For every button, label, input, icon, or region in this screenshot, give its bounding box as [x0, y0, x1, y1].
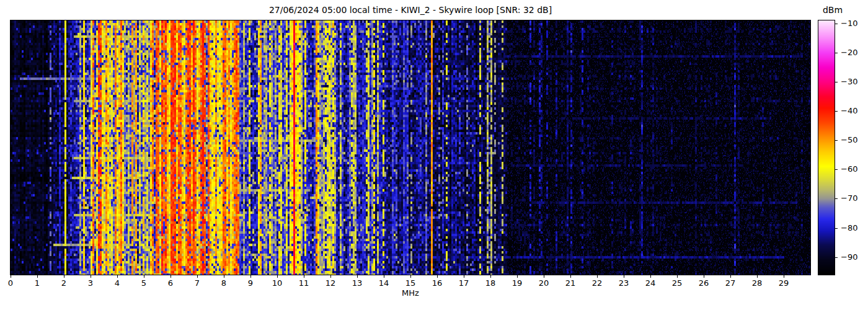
x-tick-label: 17	[454, 278, 473, 288]
x-tick-mark	[650, 275, 651, 278]
x-tick-label: 5	[135, 278, 153, 288]
x-tick-mark	[624, 275, 624, 278]
x-tick-mark	[11, 275, 11, 278]
x-tick-label: 24	[641, 278, 660, 288]
colorbar-unit-label: dBm	[816, 4, 849, 16]
x-tick-label: 20	[534, 278, 553, 288]
x-tick-mark	[330, 275, 331, 278]
x-tick-mark	[490, 275, 491, 278]
colorbar-tick-label: −40	[841, 106, 866, 116]
waterfall-plot-frame	[10, 20, 811, 275]
x-tick-label: 12	[321, 278, 340, 288]
x-tick-label: 1	[28, 278, 46, 288]
x-tick-mark	[37, 275, 38, 278]
colorbar-tick-mark	[835, 53, 838, 53]
x-tick-mark	[757, 275, 758, 278]
colorbar-tick-label: −30	[841, 77, 866, 87]
x-tick-mark	[117, 275, 118, 278]
colorbar-tick-label: −70	[841, 193, 866, 203]
x-tick-label: 10	[268, 278, 286, 288]
x-tick-label: 9	[241, 278, 260, 288]
x-tick-mark	[144, 275, 144, 278]
x-tick-mark	[730, 275, 731, 278]
colorbar-tick-mark	[835, 24, 838, 24]
x-tick-label: 0	[1, 278, 20, 288]
x-tick-label: 21	[561, 278, 580, 288]
x-tick-label: 4	[108, 278, 126, 288]
x-tick-mark	[410, 275, 411, 278]
colorbar-tick-mark	[835, 111, 838, 112]
colorbar-tick-label: −10	[841, 19, 866, 29]
colorbar-tick-mark	[835, 140, 838, 141]
x-tick-mark	[570, 275, 571, 278]
colorbar-tick-label: −50	[841, 135, 866, 145]
colorbar-tick-label: −60	[841, 164, 866, 174]
colorbar-tick-mark	[835, 257, 838, 258]
x-tick-mark	[597, 275, 598, 278]
x-tick-mark	[250, 275, 251, 278]
x-tick-mark	[64, 275, 64, 278]
x-tick-label: 27	[721, 278, 740, 288]
x-tick-label: 11	[294, 278, 313, 288]
x-tick-mark	[517, 275, 518, 278]
chart-title: 27/06/2024 05:00 local time - KIWI_2 - S…	[11, 4, 810, 16]
x-tick-label: 3	[81, 278, 100, 288]
x-tick-label: 22	[588, 278, 606, 288]
colorbar-tick-label: −80	[841, 223, 866, 233]
x-axis-label: MHz	[11, 288, 810, 298]
x-tick-label: 19	[508, 278, 526, 288]
x-tick-label: 14	[374, 278, 393, 288]
waterfall-heatmap	[11, 20, 810, 275]
x-tick-label: 13	[348, 278, 366, 288]
x-tick-label: 6	[161, 278, 180, 288]
x-tick-label: 23	[614, 278, 633, 288]
x-tick-mark	[197, 275, 198, 278]
x-tick-mark	[544, 275, 544, 278]
x-tick-label: 2	[55, 278, 73, 288]
x-tick-mark	[91, 275, 91, 278]
x-tick-mark	[304, 275, 304, 278]
x-tick-mark	[170, 275, 171, 278]
x-tick-mark	[784, 275, 784, 278]
colorbar-frame	[818, 20, 835, 275]
x-tick-mark	[277, 275, 278, 278]
colorbar-tick-mark	[835, 228, 838, 229]
colorbar-tick-mark	[835, 198, 838, 199]
x-tick-label: 8	[215, 278, 233, 288]
colorbar-tick-mark	[835, 82, 838, 82]
x-tick-label: 7	[188, 278, 206, 288]
x-tick-label: 29	[774, 278, 793, 288]
x-tick-mark	[677, 275, 678, 278]
x-tick-mark	[384, 275, 384, 278]
x-tick-label: 16	[428, 278, 446, 288]
x-tick-mark	[224, 275, 224, 278]
x-tick-label: 28	[748, 278, 766, 288]
colorbar-tick-mark	[835, 169, 838, 170]
x-tick-mark	[464, 275, 464, 278]
colorbar-gradient	[818, 20, 835, 275]
x-tick-label: 18	[481, 278, 500, 288]
x-tick-mark	[704, 275, 704, 278]
x-tick-label: 25	[668, 278, 686, 288]
x-tick-label: 26	[694, 278, 713, 288]
x-tick-label: 15	[401, 278, 420, 288]
x-tick-mark	[357, 275, 358, 278]
colorbar-tick-label: −90	[841, 252, 866, 262]
colorbar-tick-label: −20	[841, 48, 866, 58]
x-tick-mark	[437, 275, 438, 278]
